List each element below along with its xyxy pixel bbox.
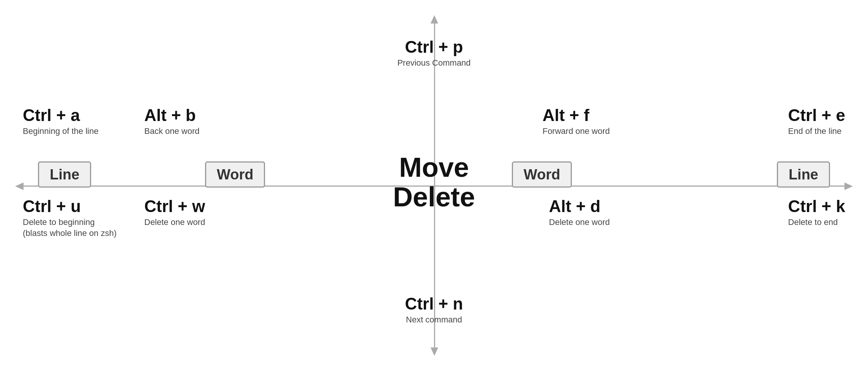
shortcut-ctrl-e: Ctrl + e End of the line <box>788 106 845 137</box>
shortcut-ctrl-a-desc: Beginning of the line <box>23 126 98 137</box>
delete-label: Delete <box>393 181 475 212</box>
shortcut-ctrl-p-key: Ctrl + p <box>405 38 463 56</box>
arrow-down-icon <box>431 347 438 356</box>
shortcut-alt-b: Alt + b Back one word <box>144 106 200 137</box>
shortcut-ctrl-k-key: Ctrl + k <box>788 197 845 215</box>
shortcut-ctrl-k: Ctrl + k Delete to end <box>788 197 845 228</box>
word-box-right: Word <box>512 162 572 188</box>
line-box-right: Line <box>777 162 830 188</box>
keyboard-shortcut-diagram: Move Delete Word Word Line Line Ctrl + p… <box>0 0 868 371</box>
shortcut-alt-d: Alt + d Delete one word <box>549 197 610 228</box>
arrow-right-icon <box>844 182 853 190</box>
shortcut-ctrl-a: Ctrl + a Beginning of the line <box>23 106 98 137</box>
shortcut-ctrl-w-desc: Delete one word <box>144 217 205 228</box>
shortcut-ctrl-u: Ctrl + u Delete to beginning (blasts who… <box>23 197 117 239</box>
shortcut-ctrl-p: Ctrl + p Previous Command <box>397 38 470 69</box>
shortcut-alt-b-key: Alt + b <box>144 106 196 124</box>
arrow-up-icon <box>431 15 438 24</box>
shortcut-alt-f-key: Alt + f <box>543 106 589 124</box>
shortcut-ctrl-p-desc: Previous Command <box>397 58 470 69</box>
shortcut-ctrl-w: Ctrl + w Delete one word <box>144 197 205 228</box>
shortcut-alt-f-desc: Forward one word <box>543 126 610 137</box>
shortcut-ctrl-n: Ctrl + n Next command <box>405 295 463 325</box>
shortcut-alt-d-desc: Delete one word <box>549 217 610 228</box>
shortcut-alt-d-key: Alt + d <box>549 197 601 215</box>
shortcut-ctrl-w-key: Ctrl + w <box>144 197 205 215</box>
shortcut-ctrl-u-desc: Delete to beginning (blasts whole line o… <box>23 217 117 239</box>
shortcut-ctrl-n-desc: Next command <box>406 314 462 325</box>
line-box-left: Line <box>38 162 91 188</box>
shortcut-ctrl-k-desc: Delete to end <box>788 217 838 228</box>
arrow-left-icon <box>15 182 24 190</box>
shortcut-ctrl-e-key: Ctrl + e <box>788 106 845 124</box>
move-label: Move <box>399 152 469 183</box>
shortcut-alt-f: Alt + f Forward one word <box>543 106 610 137</box>
shortcut-alt-b-desc: Back one word <box>144 126 200 137</box>
shortcut-ctrl-n-key: Ctrl + n <box>405 295 463 313</box>
shortcut-ctrl-a-key: Ctrl + a <box>23 106 80 124</box>
word-box-left: Word <box>205 162 265 188</box>
shortcut-ctrl-u-key: Ctrl + u <box>23 197 81 215</box>
shortcut-ctrl-e-desc: End of the line <box>788 126 842 137</box>
